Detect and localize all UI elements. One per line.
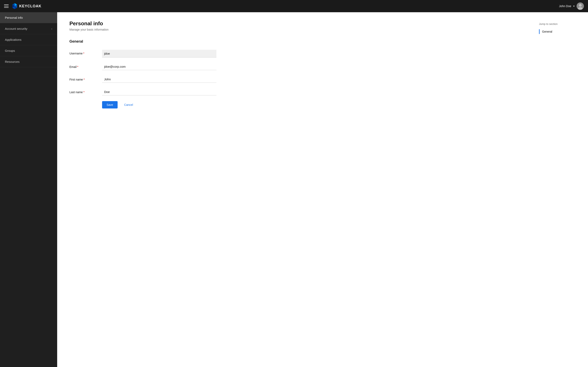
required-indicator: * <box>83 91 84 94</box>
sidebar: Personal info Account security › Applica… <box>0 12 57 367</box>
form-group-first-name: First name* <box>69 76 531 83</box>
user-display-name: John Doe <box>559 4 571 8</box>
username-label: Username* <box>69 50 102 55</box>
required-indicator: * <box>77 65 78 68</box>
sidebar-item-label: Personal info <box>5 16 23 19</box>
avatar-icon <box>577 2 584 10</box>
jump-item-label: General <box>542 30 552 33</box>
sidebar-item-applications[interactable]: Applications <box>0 34 57 45</box>
sidebar-item-label: Resources <box>5 60 20 63</box>
sidebar-item-label: Applications <box>5 38 21 42</box>
required-indicator: * <box>84 78 85 81</box>
username-input[interactable] <box>102 50 216 58</box>
required-indicator: * <box>83 52 84 55</box>
sidebar-item-personal-info[interactable]: Personal info <box>0 12 57 23</box>
form-actions: Save Cancel <box>69 101 531 108</box>
main-layout: Personal info Account security › Applica… <box>0 12 588 367</box>
user-avatar[interactable] <box>577 2 584 10</box>
section-title-general: General <box>69 39 531 44</box>
sidebar-item-label: Account security <box>5 27 27 30</box>
form-group-email: Email* <box>69 63 531 70</box>
page-title: Personal info <box>69 20 531 27</box>
form-group-last-name: Last name* <box>69 89 531 95</box>
jump-active-indicator <box>539 29 540 34</box>
jump-section-title: Jump to section <box>539 22 576 25</box>
app-logo: KEYCLOAK <box>11 3 42 9</box>
email-label: Email* <box>69 63 102 68</box>
form-group-username: Username* <box>69 50 531 58</box>
jump-item-general[interactable]: General <box>539 28 576 35</box>
svg-point-8 <box>579 4 582 7</box>
email-input[interactable] <box>102 63 216 70</box>
last-name-label: Last name* <box>69 89 102 94</box>
last-name-input[interactable] <box>102 89 216 95</box>
first-name-input[interactable] <box>102 76 216 83</box>
chevron-right-icon: › <box>51 27 52 30</box>
app-header: KEYCLOAK John Doe ▾ <box>0 0 588 12</box>
hamburger-menu-button[interactable] <box>4 4 9 8</box>
keycloak-logo-icon <box>11 3 18 9</box>
content-area: Personal info Manage your basic informat… <box>69 20 531 359</box>
jump-to-section: Jump to section General <box>539 20 576 359</box>
sidebar-item-label: Groups <box>5 49 15 52</box>
page-subtitle: Manage your basic information <box>69 28 531 31</box>
sidebar-item-resources[interactable]: Resources <box>0 56 57 67</box>
header-right: John Doe ▾ <box>559 2 584 10</box>
app-name: KEYCLOAK <box>19 4 42 8</box>
sidebar-item-groups[interactable]: Groups <box>0 45 57 56</box>
user-menu-chevron-icon[interactable]: ▾ <box>573 5 575 8</box>
header-left: KEYCLOAK <box>4 3 42 9</box>
first-name-label: First name* <box>69 76 102 81</box>
sidebar-item-account-security[interactable]: Account security › <box>0 23 57 34</box>
cancel-button[interactable]: Cancel <box>122 101 136 108</box>
save-button[interactable]: Save <box>102 101 118 108</box>
main-content: Personal info Manage your basic informat… <box>57 12 588 367</box>
